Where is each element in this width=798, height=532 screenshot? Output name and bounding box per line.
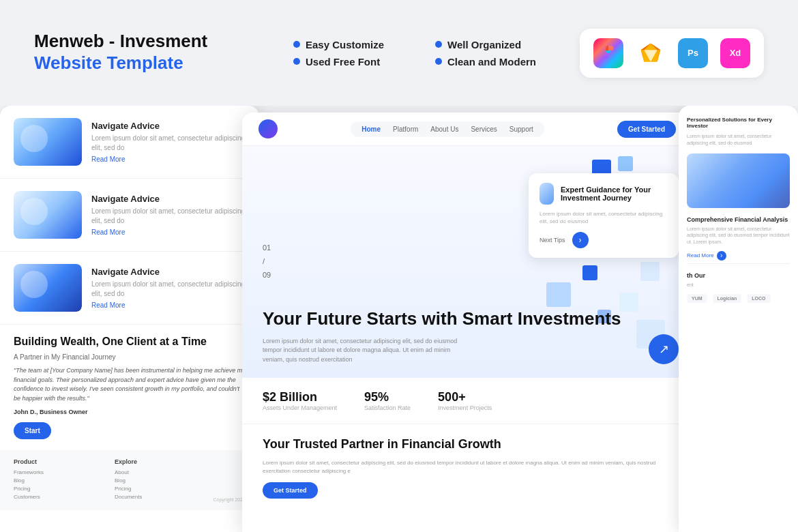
card-thumb-img-3 (14, 264, 82, 312)
stat-value-2: 95% (364, 390, 411, 404)
stats-section: $2 Billion Assets Under Management 95% S… (242, 378, 692, 424)
nav-link-about[interactable]: About Us (430, 125, 458, 133)
feature-label: Easy Customize (306, 39, 384, 50)
feature-item-1: Easy Customize (293, 39, 394, 50)
svg-marker-3 (641, 50, 645, 62)
stat-item-3: 500+ Investment Projects (438, 390, 492, 411)
stat-value-3: 500+ (438, 390, 492, 404)
trusted-heading: Your Trusted Partner in Financial Growth (263, 437, 672, 452)
features-block: Easy Customize Well Organized Used Free … (293, 39, 536, 68)
left-testimonial: Building Wealth, One Client at a Time A … (0, 325, 259, 450)
brand-yum: YUM (687, 294, 707, 303)
card-desc-2: Lorem ipsum dolor sit amet, consectetur … (91, 207, 246, 226)
feature-item-2: Well Organized (435, 39, 536, 50)
card-thumb-img-1 (14, 118, 82, 166)
hero-heading: Your Future Starts with Smart Investment… (263, 308, 621, 329)
svg-marker-4 (657, 50, 661, 62)
copyright: Copyright 2024 (213, 497, 246, 502)
next-tips-label: Next Tips (540, 237, 565, 243)
block-3d (640, 262, 660, 281)
hero-text: Your Future Starts with Smart Investment… (263, 308, 621, 364)
nav-logo (258, 119, 278, 138)
card-title-3: Navigate Advice (91, 267, 246, 277)
card-thumb-2 (14, 191, 82, 239)
footer-item: Frameworks (14, 469, 44, 475)
feature-item-3: Used Free Font (293, 56, 394, 68)
right-section-mid-text: ent (687, 282, 790, 289)
footer-item: About (115, 469, 142, 475)
stat-label-1: Assets Under Management (263, 404, 337, 411)
feature-dot (435, 41, 442, 48)
expert-card-header: Expert Guidance for Your Investment Jour… (540, 183, 668, 205)
nav-links: Home Platform About Us Services Support (351, 121, 544, 137)
right-read-more[interactable]: Read More (687, 251, 790, 261)
card-thumb-3 (14, 264, 82, 312)
stat-label-2: Satisfaction Rate (364, 404, 411, 411)
testimonial-quote: "The team at [Your Company Name] has bee… (14, 366, 246, 403)
block-3d (582, 265, 597, 280)
mockup-nav: Home Platform About Us Services Support … (242, 113, 692, 146)
testimonial-author: John D., Business Owner (14, 409, 246, 415)
stat-item-1: $2 Billion Assets Under Management (263, 390, 337, 411)
card-text-3: Navigate Advice Lorem ipsum dolor sit am… (91, 267, 246, 309)
footer-item: Customers (14, 494, 44, 500)
card-readmore-3[interactable]: Read More (91, 301, 246, 309)
left-subtitle: A Partner in My Financial Journey (14, 353, 246, 361)
brands-row: YUM Logician LOCO (687, 294, 790, 303)
expert-title: Expert Guidance for Your Investment Jour… (561, 186, 668, 202)
title-sub: Website Template (34, 52, 252, 75)
card-item-1: Navigate Advice Lorem ipsum dolor sit am… (0, 106, 259, 179)
trusted-cta-button[interactable]: Get Started (263, 482, 318, 499)
footer-item: Pricing (14, 486, 44, 492)
right-image (687, 153, 790, 208)
block-3d (619, 293, 638, 312)
hero-section: 01 / 09 Your Future Starts with Smart In… (242, 146, 692, 378)
title-block: Menweb - Invesment Website Template (34, 31, 252, 75)
trusted-left: Your Trusted Partner in Financial Growth… (263, 437, 672, 499)
card-desc-1: Lorem ipsum dolor sit amet, consectetur … (91, 134, 246, 153)
card-title-2: Navigate Advice (91, 194, 246, 204)
feature-label: Used Free Font (306, 56, 380, 68)
figma-icon (593, 38, 623, 68)
slide-counter: 01 / 09 (263, 241, 271, 282)
feature-label: Clean and Modern (447, 56, 536, 68)
card-item-2: Navigate Advice Lorem ipsum dolor sit am… (0, 179, 259, 252)
hero-arrow-button[interactable]: ↗ (649, 334, 679, 364)
feature-dot (293, 41, 300, 48)
stat-label-3: Investment Projects (438, 404, 492, 411)
nav-link-services[interactable]: Services (471, 125, 497, 133)
feature-dot (435, 58, 442, 65)
card-readmore-2[interactable]: Read More (91, 228, 246, 236)
feature-dot (293, 58, 300, 65)
right-top-title: Personalized Solutions for Every Investo… (687, 117, 790, 129)
header: Menweb - Invesment Website Template Easy… (0, 0, 798, 106)
trusted-desc: Lorem ipsum dolor sit amet, consectetur … (263, 459, 672, 475)
card-desc-3: Lorem ipsum dolor sit amet, consectetur … (91, 280, 246, 299)
footer-item: Documents (115, 494, 142, 500)
left-heading: Building Wealth, One Client at a Time (14, 336, 246, 348)
card-title-1: Navigate Advice (91, 121, 246, 131)
slide-separator: / (263, 255, 271, 269)
footer-item: Blog (14, 477, 44, 484)
card-readmore-1[interactable]: Read More (91, 156, 246, 163)
footer-item: Blog (115, 477, 142, 484)
slide-current: 01 (263, 241, 271, 255)
nav-link-home[interactable]: Home (361, 125, 381, 133)
main-content: Navigate Advice Lorem ipsum dolor sit am… (0, 106, 798, 532)
card-thumb-1 (14, 118, 82, 166)
nav-link-support[interactable]: Support (509, 125, 533, 133)
left-start-button[interactable]: Start (14, 422, 51, 439)
tools-block: Ps Xd (580, 29, 764, 78)
left-panel: Navigate Advice Lorem ipsum dolor sit am… (0, 106, 259, 532)
next-arrow-button[interactable]: › (572, 232, 589, 248)
right-top-text: Lorem ipsum dolor sit amet, consectetur … (687, 133, 790, 147)
sketch-icon (636, 38, 666, 68)
nav-link-platform[interactable]: Platform (393, 125, 418, 133)
stat-value-1: $2 Billion (263, 390, 337, 404)
card-thumb-img-2 (14, 191, 82, 239)
feature-label: Well Organized (447, 39, 521, 50)
card-text-1: Navigate Advice Lorem ipsum dolor sit am… (91, 121, 246, 163)
expert-avatar (540, 183, 554, 205)
photoshop-icon: Ps (678, 38, 708, 68)
nav-cta-button[interactable]: Get Started (617, 121, 676, 138)
